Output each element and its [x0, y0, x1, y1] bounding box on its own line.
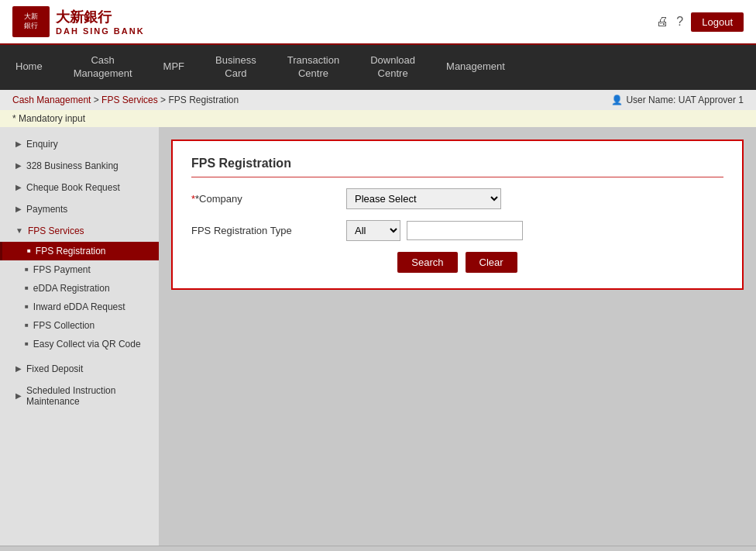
bank-name-english: DAH SING BANK: [56, 26, 145, 36]
sidebar-item-edda-registration[interactable]: ■ eDDA Registration: [0, 279, 159, 298]
sidebar-item-fixed-deposit[interactable]: ▶ Fixed Deposit: [0, 358, 159, 380]
fps-type-input[interactable]: [407, 221, 523, 240]
sidebar-item-fps-services[interactable]: ▼ FPS Services: [0, 220, 159, 242]
logout-button[interactable]: Logout: [691, 12, 744, 32]
form-title: FPS Registration: [191, 157, 723, 177]
nav-download-centre[interactable]: Download Centre: [355, 45, 431, 90]
sidebar-item-payments[interactable]: ▶ Payments: [0, 198, 159, 220]
fps-col-bullet-icon: ■: [25, 322, 29, 329]
form-buttons: Search Clear: [191, 252, 723, 273]
sidebar-item-fps-registration[interactable]: ■ FPS Registration: [0, 242, 159, 260]
print-icon[interactable]: 🖨: [656, 15, 668, 29]
scheduled-arrow-icon: ▶: [15, 391, 22, 400]
nav-cash-management[interactable]: Cash Management: [58, 45, 148, 90]
breadcrumb: Cash Management > FPS Services > FPS Reg…: [12, 95, 239, 105]
logo-area: 大新 銀行 大新銀行 DAH SING BANK: [12, 6, 145, 37]
breadcrumb-bar: Cash Management > FPS Services > FPS Reg…: [0, 90, 756, 110]
help-icon[interactable]: ?: [676, 15, 683, 29]
user-icon: 👤: [611, 95, 623, 105]
sidebar-item-fps-payment[interactable]: ■ FPS Payment: [0, 260, 159, 279]
user-info: 👤 User Name: UAT Approver 1: [611, 95, 744, 105]
fps-reg-bullet-icon: ■: [27, 247, 31, 254]
nav-transaction-centre[interactable]: Transaction Centre: [272, 45, 355, 90]
nav-management[interactable]: Management: [431, 45, 521, 90]
fps-type-row: FPS Registration Type All: [191, 220, 723, 241]
fps-type-label: FPS Registration Type: [191, 225, 346, 236]
breadcrumb-cash-management[interactable]: Cash Management: [12, 95, 91, 105]
breadcrumb-fps-services[interactable]: FPS Services: [101, 95, 158, 105]
clear-button[interactable]: Clear: [466, 252, 517, 273]
nav-home[interactable]: Home: [0, 45, 58, 90]
enquiry-arrow-icon: ▶: [15, 139, 22, 148]
company-select[interactable]: Please Select: [346, 188, 501, 209]
bank-name-chinese: 大新銀行: [56, 8, 145, 26]
svg-text:大新: 大新: [24, 12, 38, 20]
sidebar-item-enquiry[interactable]: ▶ Enquiry: [0, 133, 159, 155]
footer: Important Notices | Internet Security | …: [0, 546, 756, 551]
cheque-arrow-icon: ▶: [15, 183, 22, 191]
fps-services-arrow-icon: ▼: [15, 226, 23, 235]
svg-text:銀行: 銀行: [24, 22, 38, 29]
sidebar-item-inward-edda[interactable]: ■ Inward eDDA Request: [0, 298, 159, 316]
fps-pay-bullet-icon: ■: [25, 266, 29, 273]
sidebar-item-scheduled-instruction[interactable]: ▶ Scheduled Instruction Maintenance: [0, 380, 159, 412]
fps-type-select[interactable]: All: [346, 220, 400, 241]
328-arrow-icon: ▶: [15, 161, 22, 170]
edda-reg-bullet-icon: ■: [25, 284, 29, 291]
breadcrumb-fps-registration: FPS Registration: [168, 95, 239, 105]
main-content: FPS Registration **Company Please Select: [159, 127, 756, 546]
inward-edda-bullet-icon: ■: [25, 303, 29, 310]
main-nav: Home Cash Management MPF Business Card T…: [0, 45, 756, 90]
company-row: **Company Please Select: [191, 188, 723, 209]
company-label: **Company: [191, 193, 346, 205]
nav-business-card[interactable]: Business Card: [200, 45, 272, 90]
sidebar-item-fps-collection[interactable]: ■ FPS Collection: [0, 316, 159, 335]
bank-logo-icon: 大新 銀行: [12, 6, 50, 37]
fps-registration-form: FPS Registration **Company Please Select: [171, 139, 744, 290]
search-button[interactable]: Search: [397, 252, 457, 273]
username-label: User Name: UAT Approver 1: [626, 95, 744, 105]
nav-mpf[interactable]: MPF: [148, 45, 200, 90]
easy-collect-bullet-icon: ■: [25, 340, 29, 347]
payments-arrow-icon: ▶: [15, 205, 22, 213]
sidebar-item-cheque-book[interactable]: ▶ Cheque Book Request: [0, 177, 159, 198]
sidebar: ▶ Enquiry ▶ 328 Business Banking ▶ Chequ…: [0, 127, 159, 546]
fixed-dep-arrow-icon: ▶: [15, 364, 22, 373]
mandatory-notice: * Mandatory input: [0, 110, 756, 127]
sidebar-item-328-business[interactable]: ▶ 328 Business Banking: [0, 155, 159, 177]
sidebar-item-easy-collect[interactable]: ■ Easy Collect via QR Code: [0, 335, 159, 353]
